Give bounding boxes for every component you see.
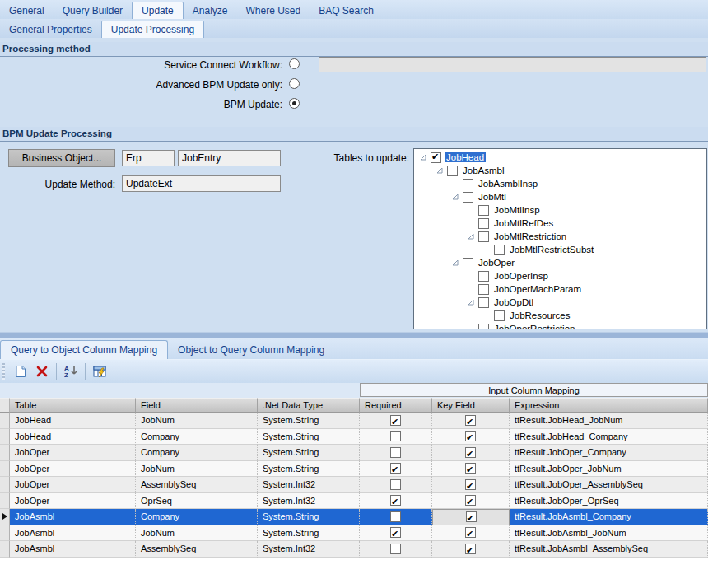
cell-field[interactable]: JobNum	[136, 461, 258, 478]
tree-node-label[interactable]: JobMtlRestrictSubst	[508, 245, 595, 254]
table-row[interactable]: JobAsmbl Company System.String ttResult.…	[0, 509, 708, 525]
tab-general-properties[interactable]: General Properties	[0, 21, 101, 38]
cell-type[interactable]: System.String	[258, 461, 360, 478]
cell-key-field[interactable]	[432, 461, 510, 478]
tab-analyze[interactable]: Analyze	[184, 2, 237, 19]
required-checkbox[interactable]	[390, 495, 401, 506]
key-field-checkbox[interactable]	[466, 511, 477, 522]
key-field-checkbox[interactable]	[465, 544, 476, 554]
column-header-net-data-type[interactable]: .Net Data Type	[258, 398, 360, 413]
cell-expression[interactable]: ttResult.JobOper_Company	[510, 445, 708, 461]
row-selector[interactable]	[0, 461, 10, 478]
cell-key-field[interactable]	[432, 493, 510, 510]
table-row[interactable]: JobHead Company System.String ttResult.J…	[0, 429, 708, 446]
cell-type[interactable]: System.String	[258, 429, 360, 446]
key-field-checkbox[interactable]	[465, 495, 476, 506]
tree-node-label[interactable]: JobHead	[445, 152, 486, 162]
key-field-checkbox[interactable]	[465, 527, 476, 538]
cell-table[interactable]: JobOper	[10, 477, 136, 493]
tree-checkbox[interactable]	[478, 218, 489, 229]
delete-icon[interactable]	[33, 362, 51, 380]
row-selector[interactable]	[0, 525, 10, 542]
cell-type[interactable]: System.Int32	[258, 541, 360, 558]
tree-checkbox[interactable]	[478, 231, 489, 242]
bpm-update-radio[interactable]	[289, 98, 300, 109]
system-field[interactable]	[122, 150, 175, 166]
cell-table[interactable]: JobOper	[10, 493, 136, 510]
row-selector[interactable]	[0, 413, 10, 429]
key-field-checkbox[interactable]	[465, 479, 476, 490]
table-row[interactable]: JobOper OprSeq System.Int32 ttResult.Job…	[0, 493, 708, 510]
cell-expression[interactable]: ttResult.JobOper_JobNum	[510, 461, 708, 478]
tree-node-jobmtlrestriction[interactable]: JobMtlRestriction	[414, 230, 706, 243]
tree-node-jobopdtl[interactable]: JobOpDtl	[414, 296, 706, 309]
tree-node-jobasmbl[interactable]: JobAsmbl	[414, 164, 706, 177]
required-checkbox[interactable]	[390, 415, 401, 426]
cell-required[interactable]	[360, 493, 432, 510]
cell-field[interactable]: AssemblySeq	[136, 541, 258, 558]
cell-field[interactable]: OprSeq	[136, 493, 258, 510]
cell-type[interactable]: System.Int32	[258, 477, 360, 493]
required-checkbox[interactable]	[390, 431, 401, 441]
required-checkbox[interactable]	[390, 511, 401, 522]
tree-checkbox[interactable]	[494, 245, 505, 255]
expander-icon[interactable]	[467, 231, 478, 241]
advanced-bpm-update-only-radio[interactable]	[289, 78, 300, 89]
key-field-checkbox[interactable]	[465, 431, 476, 441]
cell-field[interactable]: Company	[136, 509, 258, 525]
cell-expression[interactable]: ttResult.JobAsmbl_JobNum	[510, 525, 708, 542]
cell-expression[interactable]: ttResult.JobHead_JobNum	[510, 413, 708, 429]
service-connect-workflow-radio[interactable]	[289, 58, 300, 69]
required-checkbox[interactable]	[390, 463, 401, 474]
cell-required[interactable]	[360, 461, 432, 478]
row-selector[interactable]	[0, 445, 10, 461]
row-selector[interactable]	[0, 493, 10, 510]
cell-table[interactable]: JobOper	[10, 461, 136, 478]
expander-icon[interactable]	[419, 152, 431, 162]
tree-checkbox[interactable]	[478, 324, 489, 330]
column-header-expression[interactable]: Expression	[510, 398, 708, 413]
tab-update-processing[interactable]: Update Processing	[101, 21, 204, 38]
cell-expression[interactable]: ttResult.JobAsmbl_Company	[510, 509, 708, 525]
cell-table[interactable]: JobAsmbl	[10, 509, 136, 525]
tab-general[interactable]: General	[0, 2, 54, 19]
cell-required[interactable]	[360, 541, 432, 558]
tree-node-jobmtlinsp[interactable]: JobMtlInsp	[414, 203, 706, 217]
cell-table[interactable]: JobHead	[10, 429, 136, 446]
tree-node-jobresources[interactable]: JobResources	[414, 309, 706, 322]
tree-checkbox[interactable]	[494, 310, 505, 321]
cell-table[interactable]: JobHead	[10, 413, 136, 429]
tree-node-label[interactable]: JobMtl	[477, 192, 508, 202]
cell-expression[interactable]: ttResult.JobOper_OprSeq	[510, 493, 708, 510]
key-field-checkbox[interactable]	[465, 447, 476, 458]
table-row[interactable]: JobHead JobNum System.String ttResult.Jo…	[0, 413, 708, 429]
tree-node-label[interactable]: JobAsmblInsp	[477, 179, 539, 189]
cell-required[interactable]	[360, 509, 432, 525]
tree-node-jobasmblinsp[interactable]: JobAsmblInsp	[414, 177, 706, 190]
cell-required[interactable]	[360, 525, 432, 542]
cell-table[interactable]: JobAsmbl	[10, 525, 136, 542]
tree-checkbox[interactable]	[463, 258, 473, 268]
cell-expression[interactable]: ttResult.JobHead_Company	[510, 429, 708, 446]
row-selector[interactable]	[0, 477, 10, 493]
required-checkbox[interactable]	[390, 544, 401, 554]
column-header-table[interactable]: Table	[10, 398, 136, 413]
cell-table[interactable]: JobOper	[10, 445, 136, 461]
cell-required[interactable]	[360, 477, 432, 493]
cell-type[interactable]: System.String	[258, 413, 360, 429]
cell-type[interactable]: System.String	[258, 509, 360, 525]
table-row[interactable]: JobOper Company System.String ttResult.J…	[0, 445, 708, 461]
tree-checkbox[interactable]	[431, 152, 441, 163]
tree-node-label[interactable]: JobMtlRefDes	[492, 218, 555, 228]
cell-key-field[interactable]	[432, 525, 510, 542]
tree-checkbox[interactable]	[463, 179, 473, 189]
required-checkbox[interactable]	[390, 447, 401, 458]
tab-where-used[interactable]: Where Used	[236, 2, 310, 19]
tree-node-label[interactable]: JobMtlInsp	[492, 205, 542, 215]
tree-node-jobhead[interactable]: JobHead	[414, 151, 706, 164]
cell-key-field[interactable]	[432, 413, 510, 429]
business-object-field[interactable]	[178, 150, 281, 166]
tree-node-label[interactable]: JobOper	[477, 258, 516, 268]
row-selector[interactable]	[0, 429, 10, 446]
cell-expression[interactable]: ttResult.JobAsmbl_AssemblySeq	[510, 541, 708, 558]
